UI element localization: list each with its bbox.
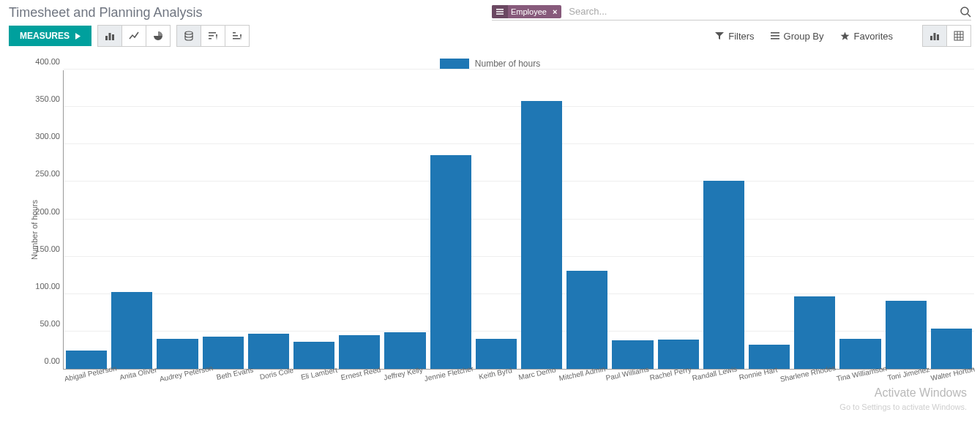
database-icon [184,31,194,41]
bar[interactable] [931,329,972,369]
y-tick: 150.00 [35,244,60,253]
measures-button[interactable]: MEASURES [9,26,91,46]
search-facet-employee[interactable]: Employee × [492,5,561,18]
x-tick: Sharlene Rhodes [779,364,840,401]
stacked-button[interactable] [176,25,201,47]
view-pivot-button[interactable] [946,25,971,47]
bar[interactable] [886,301,927,369]
svg-rect-7 [109,33,111,40]
svg-point-9 [185,31,192,34]
bar[interactable] [794,296,835,369]
bar[interactable] [839,339,880,369]
x-tick: Jeffrey Kelly [381,365,428,400]
svg-rect-11 [209,35,214,37]
search-input[interactable] [566,4,960,18]
svg-marker-5 [75,33,81,40]
chart-line-button[interactable] [121,25,146,47]
bar[interactable] [384,332,425,369]
svg-rect-1 [496,11,504,12]
x-tick: Ronnie Hart [737,365,784,400]
funnel-icon [715,31,724,40]
bar-chart-icon [105,31,115,41]
bar-chart-icon [929,31,940,41]
facet-remove-icon[interactable]: × [551,7,561,16]
bar[interactable] [339,335,380,369]
line-chart-icon [129,31,139,41]
svg-rect-19 [771,32,779,34]
groupby-button[interactable]: Group By [771,31,824,42]
bar[interactable] [248,334,289,369]
sort-desc-icon [208,31,218,41]
page-title: Timesheet and Planning Analysis [9,5,203,20]
chart-bar-button[interactable] [97,25,122,47]
groupby-label: Group By [784,31,824,42]
y-tick: 50.00 [40,319,60,328]
svg-line-4 [968,14,970,17]
y-tick: 0.00 [45,356,60,365]
favorites-button[interactable]: Favorites [840,31,893,42]
bar[interactable] [293,342,334,369]
bar[interactable] [658,340,699,369]
legend-swatch [440,59,469,69]
x-tick: Ernest Reed [340,365,386,400]
x-tick: Jennie Fletcher [424,364,478,400]
bar[interactable] [157,339,198,369]
x-tick: Walter Horton [929,365,979,400]
svg-marker-13 [216,34,217,40]
svg-rect-0 [496,9,504,10]
bar[interactable] [430,155,471,369]
svg-rect-10 [209,32,216,34]
bar[interactable] [521,101,562,369]
svg-point-3 [961,7,968,15]
svg-rect-24 [934,33,936,40]
x-tick: Abigail Peterson [64,364,121,400]
svg-marker-18 [715,32,724,40]
filters-button[interactable]: Filters [715,31,754,42]
y-tick: 100.00 [35,282,60,291]
svg-marker-22 [840,31,849,40]
search-area[interactable]: Employee × [492,4,971,20]
list-icon [771,32,779,40]
y-tick: 200.00 [35,207,60,216]
x-tick: Beth Evans [213,365,260,400]
bar[interactable] [476,339,517,369]
measures-label: MEASURES [20,31,70,41]
star-icon [840,31,850,41]
x-tick: Eli Lambert [297,365,344,400]
bar[interactable] [703,181,744,369]
pie-chart-icon [153,31,163,41]
sort-asc-icon [232,31,242,41]
view-graph-button[interactable] [922,25,947,47]
filters-label: Filters [728,31,754,42]
x-tick: Mitchell Admin [558,364,610,400]
bar[interactable] [66,351,107,370]
x-tick: Paul Williams [605,365,654,400]
svg-rect-12 [209,38,212,40]
y-tick: 250.00 [35,169,60,178]
x-tick: Toni Jimenez [887,365,935,400]
svg-rect-15 [233,35,238,37]
svg-rect-8 [112,34,114,40]
legend-label: Number of hours [475,59,540,69]
x-tick: Rachel Perry [649,365,696,400]
y-axis: 0.0050.00100.00150.00200.00250.00300.003… [29,70,63,389]
bar[interactable] [749,345,790,369]
x-tick: Keith Byrd [474,365,520,400]
search-icon[interactable] [960,6,971,18]
svg-rect-14 [233,32,236,34]
x-tick: Doris Cole [255,365,302,400]
sort-desc-button[interactable] [201,25,225,47]
chart-area: Number of hours Number of hours 0.0050.0… [0,54,980,413]
bar[interactable] [111,292,152,369]
svg-rect-23 [930,36,932,40]
sort-asc-button[interactable] [225,25,250,47]
svg-marker-17 [240,34,242,40]
favorites-label: Favorites [854,31,893,42]
svg-rect-26 [954,31,963,40]
chart-pie-button[interactable] [146,25,171,47]
bar[interactable] [566,271,607,369]
svg-rect-20 [771,35,779,37]
x-tick: Anita Oliver [116,365,163,400]
y-tick: 300.00 [35,132,60,141]
svg-rect-2 [496,13,504,15]
